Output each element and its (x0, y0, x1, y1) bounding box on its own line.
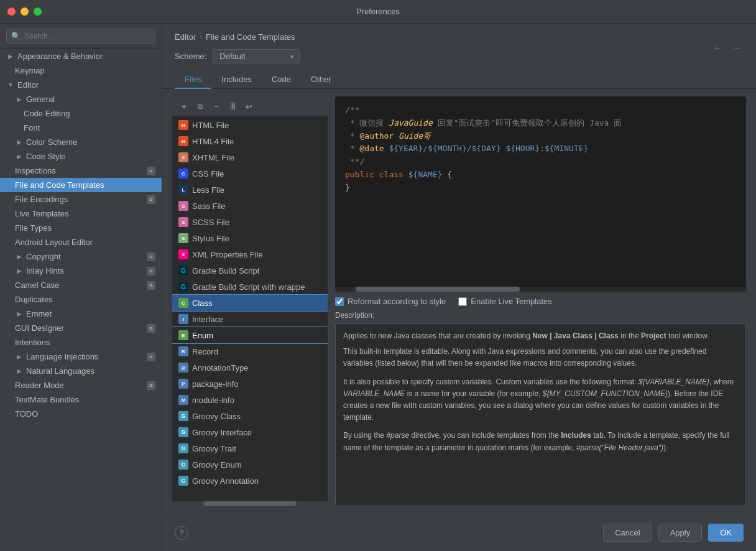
forward-button[interactable]: → (730, 41, 744, 55)
sidebar-item-file-encodings[interactable]: File Encodings ≡ (0, 192, 162, 206)
minimize-button[interactable] (21, 7, 29, 16)
list-item[interactable]: X XHTML File (172, 149, 328, 165)
list-item[interactable]: H HTML4 File (172, 133, 328, 149)
ok-button[interactable]: OK (708, 524, 744, 542)
list-item[interactable]: C CSS File (172, 165, 328, 182)
list-item[interactable]: X XML Properties File (172, 246, 328, 262)
template-label: XML Properties File (192, 250, 263, 259)
tab-other[interactable]: Other (301, 71, 341, 89)
sidebar-item-font[interactable]: Font (0, 121, 162, 135)
template-label: Groovy Annotation (192, 476, 259, 486)
code-content[interactable]: /** * 微信搜 JavaGuide 回复"面试突击"即可免费领取个人原创的 … (335, 96, 746, 287)
list-item[interactable]: G Groovy Interface (172, 424, 328, 440)
sidebar-item-gui-designer[interactable]: GUI Designer ≡ (0, 321, 162, 335)
list-item[interactable]: I Interface (172, 311, 328, 327)
list-item-enum[interactable]: E Enum (172, 327, 328, 343)
sidebar-item-label: Duplicates (15, 295, 53, 304)
list-item[interactable]: S Sass File (172, 198, 328, 214)
tab-files[interactable]: Files (175, 71, 211, 89)
sidebar-item-natural-languages[interactable]: ▶ Natural Languages (0, 364, 162, 378)
reformat-label: Reformat according to style (348, 297, 446, 306)
copy-template-button[interactable]: ⧉ (193, 100, 207, 113)
list-scrollbar[interactable] (172, 501, 328, 506)
html-file-icon: H (178, 120, 188, 130)
list-item[interactable]: R Record (172, 343, 328, 359)
file-encodings-badge: ≡ (147, 195, 155, 204)
sidebar-item-inspections[interactable]: Inspections ≡ (0, 164, 162, 178)
sidebar-item-code-style[interactable]: ▶ Code Style (0, 149, 162, 164)
sidebar-item-keymap[interactable]: Keymap (0, 63, 162, 78)
sidebar-item-general[interactable]: ▶ General (0, 92, 162, 106)
list-item[interactable]: @ AnnotationType (172, 359, 328, 376)
sidebar-item-code-editing[interactable]: Code Editing (0, 106, 162, 121)
list-item[interactable]: G Gradle Build Script with wrappe (172, 279, 328, 295)
close-button[interactable] (7, 7, 16, 16)
template-label: SCSS File (192, 218, 229, 227)
sidebar-item-reader-mode[interactable]: Reader Mode ≡ (0, 378, 162, 392)
list-item[interactable]: G Gradle Build Script (172, 262, 328, 279)
list-item[interactable]: S SCSS File (172, 214, 328, 230)
live-templates-checkbox-label[interactable]: Enable Live Templates (458, 297, 552, 306)
help-button[interactable]: ? (175, 526, 188, 540)
list-item[interactable]: M module-info (172, 392, 328, 408)
sidebar-item-android-layout-editor[interactable]: Android Layout Editor (0, 235, 162, 249)
template-label: Class (192, 299, 213, 308)
sidebar-item-intentions[interactable]: Intentions (0, 335, 162, 350)
language-injections-badge: ≡ (147, 353, 155, 361)
sidebar-item-label: Emmet (26, 309, 52, 318)
template-label: Stylus File (192, 234, 229, 243)
list-item[interactable]: P package-info (172, 376, 328, 392)
apply-button[interactable]: Apply (658, 524, 703, 542)
code-scrollbar-h[interactable] (335, 287, 746, 292)
list-item[interactable]: G Groovy Class (172, 408, 328, 424)
code-editor[interactable]: /** * 微信搜 JavaGuide 回复"面试突击"即可免费领取个人原创的 … (335, 96, 746, 292)
sidebar-item-label: GUI Designer (15, 323, 64, 333)
sidebar-item-emmet[interactable]: ▶ Emmet (0, 307, 162, 321)
sidebar-item-inlay-hints[interactable]: ▶ Inlay Hints ≡ (0, 264, 162, 278)
reformat-checkbox-label[interactable]: Reformat according to style (335, 297, 446, 306)
sidebar-item-label: File Encodings (15, 195, 68, 204)
reset-template-button[interactable]: ↩ (242, 100, 256, 113)
sidebar-item-copyright[interactable]: ▶ Copyright ≡ (0, 249, 162, 264)
sidebar-item-language-injections[interactable]: ▶ Language Injections ≡ (0, 350, 162, 364)
tab-includes[interactable]: Includes (211, 71, 261, 89)
list-item-class[interactable]: C Class (172, 295, 328, 311)
cancel-button[interactable]: Cancel (603, 524, 652, 542)
sidebar-item-file-and-code-templates[interactable]: File and Code Templates (0, 178, 162, 192)
chevron-right-icon: ▶ (15, 267, 24, 276)
template-label: HTML File (192, 121, 229, 130)
sidebar-item-editor[interactable]: ▼ Editor (0, 78, 162, 92)
sidebar-item-file-types[interactable]: File Types (0, 221, 162, 235)
sidebar-item-live-templates[interactable]: Live Templates (0, 206, 162, 221)
remove-template-button[interactable]: − (210, 100, 223, 113)
add-template-button[interactable]: + (177, 100, 191, 113)
list-item[interactable]: G Groovy Enum (172, 456, 328, 473)
sidebar-item-todo[interactable]: TODO (0, 407, 162, 421)
sidebar-item-label: Inspections (15, 166, 56, 175)
list-item[interactable]: G Groovy Trait (172, 440, 328, 456)
list-item[interactable]: L Less File (172, 182, 328, 198)
restore-template-button[interactable]: 🗄 (226, 100, 239, 113)
tab-code[interactable]: Code (262, 71, 301, 89)
search-input[interactable] (6, 29, 155, 44)
sidebar-item-duplicates[interactable]: Duplicates (0, 292, 162, 307)
template-label: Gradle Build Script with wrappe (192, 282, 305, 292)
sidebar-item-label: Android Layout Editor (15, 238, 93, 247)
sidebar-item-appearance[interactable]: ▶ Appearance & Behavior (0, 49, 162, 63)
reader-mode-badge: ≡ (147, 381, 155, 390)
list-item[interactable]: G Groovy Annotation (172, 473, 328, 489)
list-item[interactable]: H HTML File (172, 117, 328, 133)
back-button[interactable]: ← (711, 41, 725, 55)
reformat-checkbox[interactable] (335, 297, 344, 306)
sidebar-item-textmate-bundles[interactable]: TextMate Bundles (0, 392, 162, 407)
template-label: CSS File (192, 169, 224, 178)
sidebar-item-color-scheme[interactable]: ▶ Color Scheme (0, 135, 162, 149)
package-file-icon: P (178, 379, 188, 389)
sidebar-item-camel-case[interactable]: Camel Case ≡ (0, 278, 162, 292)
scheme-select[interactable]: Default Project (213, 49, 300, 63)
maximize-button[interactable] (34, 7, 42, 16)
list-item[interactable]: S Stylus File (172, 230, 328, 246)
copyright-badge: ≡ (147, 252, 155, 261)
live-templates-checkbox[interactable] (458, 297, 467, 306)
groovy-class-icon: G (178, 411, 188, 421)
